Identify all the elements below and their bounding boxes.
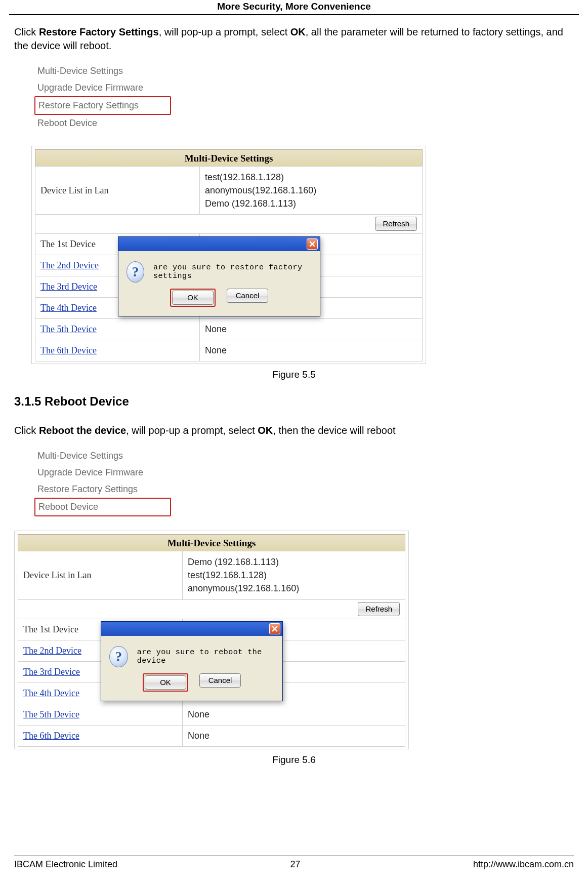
row-6th-value: None <box>205 345 227 356</box>
ok-button[interactable]: OK <box>172 291 214 305</box>
panel-title: Multi-Device Settings <box>35 149 423 167</box>
page-header: More Security, More Convenience <box>9 0 579 15</box>
section1-menu: Multi-Device Settings Upgrade Device Fir… <box>34 63 171 132</box>
lan-values: test(192.168.1.128) anonymous(192.168.1.… <box>205 171 316 210</box>
row-5th-value: None <box>188 709 209 720</box>
figure-5-6-caption: Figure 5.6 <box>14 754 574 766</box>
section2-panel: Multi-Device Settings Device List in Lan… <box>14 531 409 749</box>
row-5th-label[interactable]: The 5th Device <box>35 319 200 340</box>
question-icon: ? <box>127 261 144 283</box>
page-footer: IBCAM Electronic Limited 27 http://www.i… <box>14 856 574 870</box>
lan-label: Device List in Lan <box>35 167 200 214</box>
row-5th-label[interactable]: The 5th Device <box>18 704 183 725</box>
menu-item-reboot[interactable]: Reboot Device <box>34 115 171 132</box>
reboot-confirm-dialog: ? are you sure to reboot the device OK C… <box>101 621 283 701</box>
section2-menu: Multi-Device Settings Upgrade Device Fir… <box>34 448 171 516</box>
section-3-1-5-heading: 3.1.5 Reboot Device <box>14 394 574 409</box>
row-5th-value: None <box>205 324 227 335</box>
dialog-titlebar <box>118 237 320 251</box>
menu-item-restore-factory[interactable]: Restore Factory Settings <box>34 481 171 498</box>
menu-item-restore-factory[interactable]: Restore Factory Settings <box>34 96 171 115</box>
footer-right: http://www.ibcam.com.cn <box>473 859 574 870</box>
ok-button[interactable]: OK <box>145 675 186 690</box>
row-6th-label[interactable]: The 6th Device <box>35 340 200 361</box>
lan-values: Demo (192.168.1.113) test(192.168.1.128)… <box>188 555 299 595</box>
refresh-button[interactable]: Refresh <box>375 217 417 231</box>
section2-intro: Click Reboot the device, will pop-up a p… <box>14 424 574 437</box>
row-6th-value: None <box>188 731 209 741</box>
section1-panel: Multi-Device Settings Device List in Lan… <box>31 146 426 364</box>
menu-item-upgrade-firmware[interactable]: Upgrade Device Firmware <box>34 79 171 96</box>
close-icon[interactable] <box>269 623 280 634</box>
panel-title: Multi-Device Settings <box>18 534 405 551</box>
dialog-titlebar <box>101 622 282 636</box>
menu-item-reboot[interactable]: Reboot Device <box>34 498 171 516</box>
question-icon: ? <box>109 646 128 667</box>
footer-left: IBCAM Electronic Limited <box>14 859 117 870</box>
menu-item-multi-device[interactable]: Multi-Device Settings <box>34 63 171 79</box>
cancel-button[interactable]: Cancel <box>227 289 268 303</box>
dialog-message: are you sure to reboot the device <box>137 648 274 665</box>
section1-intro: Click Restore Factory Settings, will pop… <box>14 25 574 53</box>
lan-label: Device List in Lan <box>18 551 183 599</box>
close-icon[interactable] <box>307 238 318 250</box>
refresh-button[interactable]: Refresh <box>358 602 400 616</box>
figure-5-5-caption: Figure 5.5 <box>14 369 574 380</box>
dialog-message: are you sure to restore factory settings <box>153 263 312 280</box>
cancel-button[interactable]: Cancel <box>199 673 241 688</box>
restore-confirm-dialog: ? are you sure to restore factory settin… <box>118 236 320 316</box>
footer-page-number: 27 <box>290 859 300 870</box>
menu-item-multi-device[interactable]: Multi-Device Settings <box>34 448 171 464</box>
row-6th-label[interactable]: The 6th Device <box>18 726 183 746</box>
menu-item-upgrade-firmware[interactable]: Upgrade Device Firmware <box>34 464 171 481</box>
